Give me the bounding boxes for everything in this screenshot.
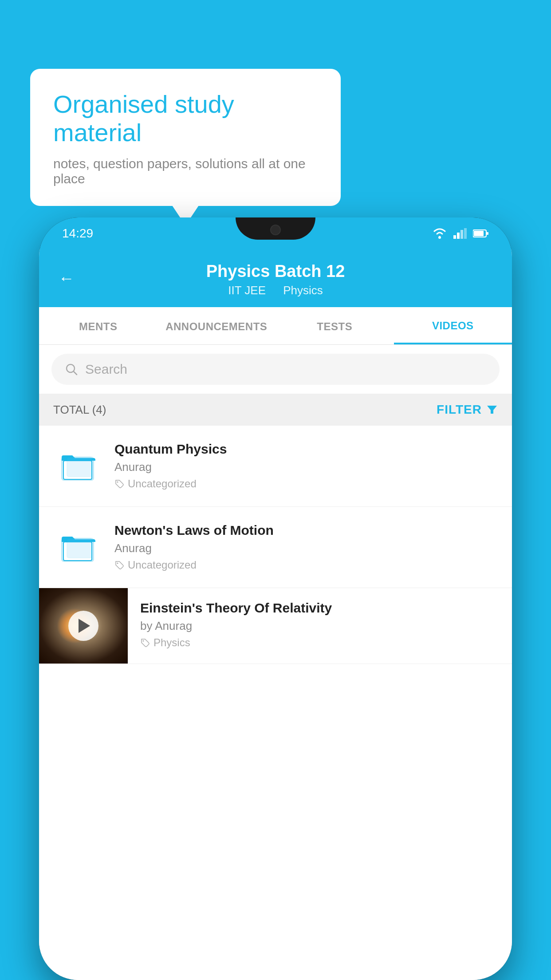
tab-announcements[interactable]: ANNOUNCEMENTS bbox=[157, 308, 276, 344]
battery-icon bbox=[473, 229, 489, 238]
video-thumbnail bbox=[39, 588, 128, 664]
svg-rect-3 bbox=[460, 230, 463, 239]
tag-text: Uncategorized bbox=[128, 478, 197, 490]
svg-point-19 bbox=[143, 640, 144, 642]
app-header: ← Physics Batch 12 IIT JEE Physics bbox=[39, 249, 512, 307]
play-button[interactable] bbox=[68, 611, 98, 641]
status-icons bbox=[432, 228, 489, 239]
total-count: TOTAL (4) bbox=[53, 403, 106, 417]
video-list: Quantum Physics Anurag Uncategorized bbox=[39, 426, 512, 980]
svg-point-14 bbox=[117, 482, 118, 483]
search-section: Search bbox=[39, 345, 512, 394]
video-author: Anurag bbox=[114, 541, 498, 555]
svg-rect-6 bbox=[474, 231, 484, 236]
tag-icon bbox=[140, 638, 150, 648]
folder-icon bbox=[60, 448, 95, 484]
tag-icon bbox=[114, 479, 124, 489]
video-author: by Anurag bbox=[140, 619, 498, 633]
bubble-title: Organised study material bbox=[53, 90, 318, 147]
video-info: Quantum Physics Anurag Uncategorized bbox=[114, 442, 498, 490]
speech-bubble-card: Organised study material notes, question… bbox=[30, 69, 341, 206]
list-item[interactable]: Quantum Physics Anurag Uncategorized bbox=[39, 426, 512, 507]
search-bar[interactable]: Search bbox=[51, 354, 500, 385]
list-item[interactable]: Einstein's Theory Of Relativity by Anura… bbox=[39, 588, 512, 664]
folder-icon-container bbox=[53, 442, 102, 490]
video-tag: Uncategorized bbox=[114, 559, 498, 571]
tabs-bar: MENTS ANNOUNCEMENTS TESTS VIDEOS bbox=[39, 307, 512, 345]
svg-rect-17 bbox=[67, 538, 92, 558]
folder-icon bbox=[60, 530, 95, 565]
back-button[interactable]: ← bbox=[59, 269, 75, 288]
video-title: Newton's Laws of Motion bbox=[114, 523, 498, 538]
search-placeholder: Search bbox=[85, 362, 127, 377]
video-info: Einstein's Theory Of Relativity by Anura… bbox=[140, 588, 498, 661]
tab-videos[interactable]: VIDEOS bbox=[394, 307, 512, 344]
signal-icon bbox=[453, 228, 467, 239]
svg-line-9 bbox=[74, 371, 77, 375]
phone-notch bbox=[236, 217, 315, 240]
header-subtitle: IIT JEE Physics bbox=[221, 284, 330, 297]
bubble-subtitle: notes, question papers, solutions all at… bbox=[53, 156, 318, 186]
tab-tests[interactable]: TESTS bbox=[276, 308, 394, 344]
video-tag: Uncategorized bbox=[114, 478, 498, 490]
folder-icon-container bbox=[53, 523, 102, 572]
svg-rect-7 bbox=[487, 232, 488, 235]
svg-rect-2 bbox=[457, 233, 460, 239]
phone-frame: 14:29 bbox=[39, 217, 512, 980]
filter-icon bbox=[486, 404, 498, 415]
video-author: Anurag bbox=[114, 460, 498, 474]
filter-label: FILTER bbox=[437, 403, 482, 417]
video-title: Quantum Physics bbox=[114, 442, 498, 457]
svg-rect-4 bbox=[464, 228, 467, 239]
video-tag: Physics bbox=[140, 636, 498, 649]
status-time: 14:29 bbox=[62, 226, 93, 241]
phone-wrapper: 14:29 bbox=[39, 217, 512, 980]
header-subtitle-left: IIT JEE bbox=[228, 284, 266, 297]
speech-bubble-section: Organised study material notes, question… bbox=[30, 69, 341, 206]
list-item[interactable]: Newton's Laws of Motion Anurag Uncategor… bbox=[39, 507, 512, 588]
header-title: Physics Batch 12 bbox=[206, 262, 345, 281]
filter-row: TOTAL (4) FILTER bbox=[39, 394, 512, 426]
header-subtitle-right: Physics bbox=[283, 284, 323, 297]
search-icon bbox=[65, 363, 78, 376]
tag-text: Physics bbox=[153, 636, 190, 649]
video-info: Newton's Laws of Motion Anurag Uncategor… bbox=[114, 523, 498, 571]
front-camera bbox=[270, 225, 281, 235]
filter-button[interactable]: FILTER bbox=[437, 403, 498, 417]
video-title: Einstein's Theory Of Relativity bbox=[140, 601, 498, 616]
tab-ments[interactable]: MENTS bbox=[39, 308, 157, 344]
svg-rect-13 bbox=[67, 457, 92, 477]
screen-content: ← Physics Batch 12 IIT JEE Physics MENTS… bbox=[39, 249, 512, 980]
tag-icon bbox=[114, 560, 124, 570]
tag-text: Uncategorized bbox=[128, 559, 197, 571]
svg-point-18 bbox=[117, 563, 118, 564]
svg-point-0 bbox=[438, 236, 441, 239]
svg-marker-10 bbox=[487, 406, 497, 414]
wifi-icon bbox=[432, 228, 447, 239]
svg-rect-1 bbox=[453, 235, 456, 239]
play-triangle-icon bbox=[79, 619, 90, 633]
